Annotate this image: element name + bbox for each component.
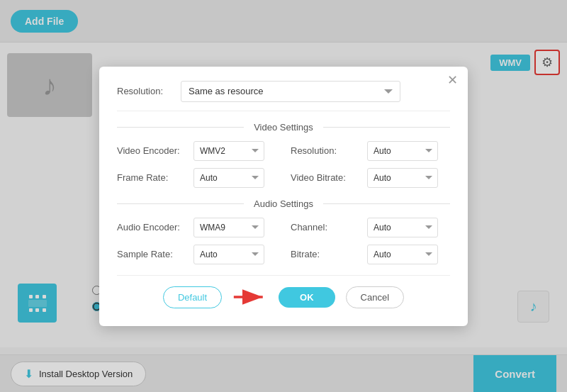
resolution-top-label: Resolution: <box>117 86 181 96</box>
bitrate-select[interactable]: Auto 64k 128k <box>367 245 438 264</box>
audio-encoder-row: Audio Encoder: WMA9 WMA2 MP3 <box>117 218 276 237</box>
resolution-field-row: Resolution: Auto 1920x1080 1280x720 <box>291 141 450 161</box>
resolution-row: Resolution: Same as resource 1920x1080 1… <box>117 81 450 111</box>
red-arrow-icon <box>232 287 268 307</box>
resolution-field-label: Resolution: <box>291 145 361 156</box>
audio-settings-header: Audio Settings <box>117 198 450 209</box>
frame-rate-label: Frame Rate: <box>117 172 188 183</box>
video-bitrate-row: Video Bitrate: Auto 128k 256k <box>291 168 450 188</box>
ok-button[interactable]: OK <box>279 287 335 308</box>
audio-encoder-label: Audio Encoder: <box>117 222 188 233</box>
modal-footer: Default OK Cancel <box>117 275 450 308</box>
channel-label: Channel: <box>291 222 361 233</box>
bitrate-row: Bitrate: Auto 64k 128k <box>291 245 450 264</box>
video-encoder-select[interactable]: WMV2 WMV1 WMVA <box>193 141 264 161</box>
channel-select[interactable]: Auto Mono Stereo <box>367 218 438 237</box>
resolution-select-top[interactable]: Same as resource 1920x1080 1280x720 640x… <box>181 81 400 102</box>
video-settings-grid: Video Encoder: WMV2 WMV1 WMVA Resolution… <box>117 141 450 188</box>
cancel-button[interactable]: Cancel <box>346 286 404 308</box>
sample-rate-label: Sample Rate: <box>117 249 188 259</box>
audio-settings-grid: Audio Encoder: WMA9 WMA2 MP3 Channel: Au… <box>117 218 450 264</box>
resolution-field-select[interactable]: Auto 1920x1080 1280x720 <box>367 141 438 161</box>
sample-rate-select[interactable]: Auto 22050 44100 <box>193 245 264 264</box>
video-bitrate-select[interactable]: Auto 128k 256k <box>367 168 438 188</box>
video-encoder-label: Video Encoder: <box>117 145 188 156</box>
default-button[interactable]: Default <box>163 286 222 308</box>
audio-encoder-select[interactable]: WMA9 WMA2 MP3 <box>193 218 264 237</box>
settings-modal: ✕ Resolution: Same as resource 1920x1080… <box>99 67 468 326</box>
bitrate-label: Bitrate: <box>291 249 361 259</box>
modal-close-button[interactable]: ✕ <box>447 74 458 86</box>
sample-rate-row: Sample Rate: Auto 22050 44100 <box>117 245 276 264</box>
video-bitrate-label: Video Bitrate: <box>291 172 361 183</box>
video-encoder-row: Video Encoder: WMV2 WMV1 WMVA <box>117 141 276 161</box>
video-settings-header: Video Settings <box>117 122 450 133</box>
modal-overlay: ✕ Resolution: Same as resource 1920x1080… <box>0 0 567 392</box>
frame-rate-select[interactable]: Auto 24 25 30 <box>193 168 264 188</box>
ok-arrow <box>232 286 268 308</box>
channel-row: Channel: Auto Mono Stereo <box>291 218 450 237</box>
frame-rate-row: Frame Rate: Auto 24 25 30 <box>117 168 276 188</box>
